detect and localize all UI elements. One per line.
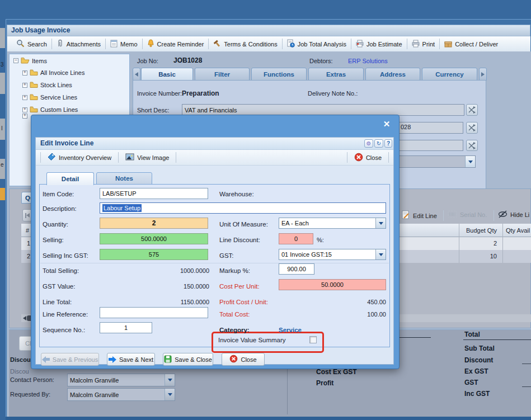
collect-deliver-button[interactable]: Collect / Deliver <box>440 40 502 49</box>
selling-input[interactable]: 500.0000 <box>100 233 208 244</box>
tree-item-partial[interactable] <box>22 114 27 119</box>
dropdown-button[interactable] <box>465 156 475 167</box>
expand-icon[interactable] <box>22 114 27 119</box>
line-total-value: 1150.0000 <box>153 299 209 305</box>
horizontal-scrollbar[interactable] <box>398 314 531 322</box>
cost-per-unit-label: Cost Per Unit: <box>219 283 260 290</box>
save-previous-button[interactable]: Save & Previous <box>41 353 99 366</box>
category-label: Category: <box>219 327 250 333</box>
dropdown-button[interactable] <box>165 389 175 400</box>
contact-person-dropdown[interactable]: Malcolm Granville <box>67 374 175 386</box>
dialog-close-icon[interactable]: ✕ <box>381 119 392 130</box>
markup-input[interactable]: 900.00 <box>279 263 314 275</box>
inventory-overview-button[interactable]: Inventory Overview <box>44 153 115 162</box>
dialog-close-button[interactable]: Close <box>352 153 384 163</box>
gavel-icon <box>213 40 221 49</box>
expand-icon[interactable] <box>22 107 27 112</box>
quantity-input[interactable]: 2 <box>100 218 208 229</box>
collapse-icon[interactable] <box>13 58 18 63</box>
category-value-link[interactable]: Service <box>279 327 302 333</box>
swap-icon-button[interactable] <box>466 122 478 134</box>
chevron-right-icon <box>481 72 485 77</box>
unit-of-measure-dropdown[interactable]: EA - Each <box>279 218 386 229</box>
selling-inc-gst-input[interactable]: 575 <box>100 249 208 260</box>
tab-basic[interactable]: Basic <box>141 68 193 81</box>
chevron-down-icon <box>379 222 383 225</box>
item-code-input[interactable]: LAB/SETUP <box>100 188 208 199</box>
search-button[interactable]: Search <box>12 39 51 49</box>
tab-label: Currency <box>435 71 464 78</box>
tab-filter[interactable]: Filter <box>195 68 250 81</box>
tab-scroll-right-button[interactable] <box>479 68 487 81</box>
header-underline-fragment <box>399 337 431 338</box>
view-image-button[interactable]: View Image <box>122 153 172 162</box>
expand-icon[interactable] <box>22 83 27 88</box>
scroll-left-icon[interactable] <box>23 316 26 320</box>
short-desc-input[interactable]: VAT and Financials <box>182 104 464 116</box>
line-reference-input[interactable] <box>100 307 208 318</box>
terms-conditions-button[interactable]: Terms & Conditions <box>209 40 281 49</box>
section-divider <box>40 263 389 263</box>
tree-item-service-lines[interactable]: Service Lines <box>22 93 77 101</box>
job-no-label: Job No: <box>137 58 158 64</box>
hide-lines-button[interactable]: Hide Li <box>498 210 531 219</box>
dropdown-button[interactable] <box>165 374 175 386</box>
total-header-underline <box>463 339 531 340</box>
column-header-qty-avail[interactable]: Qty Avail <box>506 227 530 234</box>
swap-icon-button[interactable] <box>466 140 478 151</box>
toolbar-label: Job Total Analysis <box>298 41 346 48</box>
debtors-link[interactable]: ERP Solutions <box>348 58 388 64</box>
selling-label: Selling: <box>43 237 64 243</box>
discount-label-fragment: Discou <box>10 368 31 375</box>
gst-dropdown[interactable]: 01 Invoice GST:15 <box>279 249 386 260</box>
tab-functions[interactable]: Functions <box>251 68 307 81</box>
description-input[interactable]: Labour Setup <box>100 202 386 214</box>
close-button[interactable]: Close <box>222 353 265 366</box>
item-code-label: Item Code: <box>43 191 74 197</box>
tab-extras[interactable]: Extras <box>308 68 364 81</box>
toolbar-separator <box>40 152 41 163</box>
requested-by-label: Requested By: <box>10 391 50 398</box>
line-discount-input[interactable]: 0 <box>279 233 313 244</box>
cost-per-unit-input[interactable]: 50.0000 <box>279 279 386 290</box>
unit-of-measure-label: Unit Of Measure: <box>219 221 268 228</box>
tab-currency[interactable]: Currency <box>422 68 477 81</box>
tab-label: Notes <box>115 175 133 182</box>
tree-item-stock-lines[interactable]: Stock Lines <box>22 81 72 89</box>
tab-address[interactable]: Address <box>365 68 420 81</box>
serial-no-button[interactable]: Serial No. <box>448 210 487 219</box>
gear-icon: ⚙ <box>366 141 372 147</box>
expand-icon[interactable] <box>22 70 27 75</box>
dropdown-button[interactable] <box>375 218 386 228</box>
job-estimate-button[interactable]: Job Estimate <box>351 40 407 49</box>
edit-line-button[interactable]: Edit Line <box>402 210 437 221</box>
profit-cost-unit-value: 450.00 <box>336 299 386 305</box>
column-header-budget-qty[interactable]: Budget Qty <box>462 227 497 234</box>
tree-item-items[interactable]: Items <box>13 56 47 65</box>
save-close-button[interactable]: Save & Close <box>163 353 213 366</box>
sequence-no-input[interactable]: 1 <box>100 322 152 333</box>
dropdown-button[interactable] <box>375 249 386 259</box>
dialog-tab-detail[interactable]: Detail <box>46 172 94 185</box>
dialog-tab-notes[interactable]: Notes <box>96 172 152 185</box>
dialog-refresh-button[interactable]: ↻ <box>374 139 383 148</box>
memo-button[interactable]: Memo <box>106 40 142 49</box>
save-next-button[interactable]: Save & Next <box>107 353 155 366</box>
swap-icon-button[interactable] <box>466 104 478 116</box>
tree-item-all-invoice-lines[interactable]: All Invoice Lines <box>22 69 85 77</box>
create-reminder-button[interactable]: Create Reminder <box>143 39 209 49</box>
expand-icon[interactable] <box>22 95 27 100</box>
requested-by-dropdown[interactable]: Malcolm Granville <box>67 388 175 401</box>
dialog-help-button[interactable]: ? <box>384 139 392 148</box>
job-total-analysis-button[interactable]: Job Total Analysis <box>283 39 351 49</box>
debtors-label: Debtors: <box>309 58 333 64</box>
tab-scroll-left-button[interactable] <box>133 68 140 81</box>
invoice-value-summary-checkbox[interactable] <box>309 336 317 343</box>
print-button[interactable]: Print <box>407 40 440 49</box>
selling-value: 500.0000 <box>141 235 167 242</box>
toolbar-label: Collect / Deliver <box>455 41 498 48</box>
attachments-button[interactable]: Attachments <box>52 39 105 49</box>
tree-item-custom-lines[interactable]: Custom Lines <box>22 106 78 114</box>
dialog-settings-button[interactable]: ⚙ <box>364 139 373 148</box>
job-no-value: JOB1028 <box>173 56 202 64</box>
